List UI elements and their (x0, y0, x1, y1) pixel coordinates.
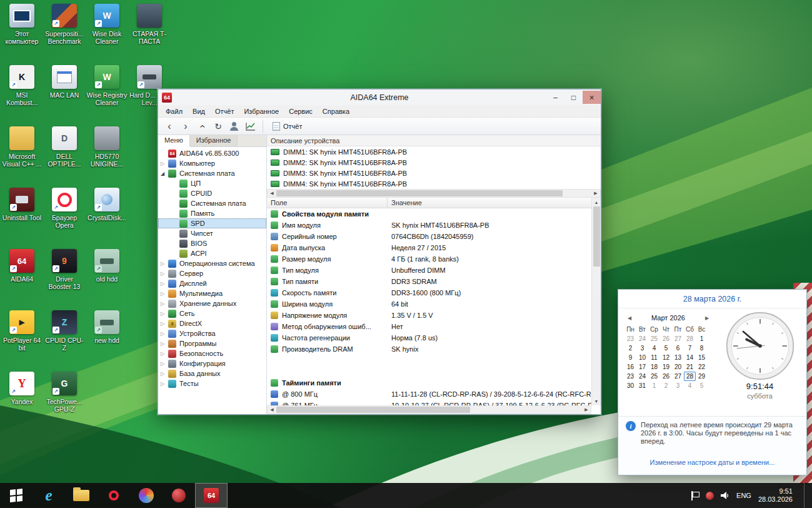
tree-item[interactable]: Сервер (158, 268, 266, 278)
maximize-button[interactable] (564, 91, 583, 104)
scrollbar-thumb[interactable] (593, 206, 600, 267)
desktop-icon[interactable]: Браузер Opera (44, 188, 85, 240)
desktop-icon[interactable]: DELL OPTIPLE... (44, 126, 85, 179)
calendar-day[interactable]: 6 (672, 343, 684, 353)
desktop-icon[interactable]: AIDA64 (1, 249, 43, 302)
tree-item[interactable]: Хранение данных (158, 298, 266, 308)
minimize-button[interactable] (546, 91, 564, 104)
tree-item[interactable]: Чипсет (158, 228, 266, 238)
desktop-icon[interactable]: CrystalDisk... (86, 188, 128, 240)
tree-item[interactable]: Конфигурация (158, 358, 266, 368)
expand-arrow-icon[interactable] (161, 341, 168, 347)
calendar-day[interactable]: 31 (636, 381, 648, 390)
tree-item[interactable]: Сеть (158, 308, 266, 318)
up-button[interactable] (194, 119, 209, 133)
table-row[interactable]: Серийный номер 0764CB6Dh (1842045959) (267, 231, 591, 242)
table-row[interactable]: Тайминги памяти (267, 377, 591, 389)
calendar-day[interactable]: 5 (660, 343, 672, 353)
chart-button[interactable] (243, 119, 258, 133)
tree-item[interactable]: Компьютер (158, 158, 266, 168)
tree-item[interactable]: SPD (158, 218, 266, 228)
tree-item[interactable]: ACPI (158, 248, 266, 258)
menubar-item[interactable]: Сервис (284, 108, 318, 115)
device-list-item[interactable]: DIMM4: SK hynix HMT451U6BFR8A-PB (267, 178, 601, 189)
users-button[interactable] (227, 119, 242, 133)
table-row[interactable]: Метод обнаружения ошиб... Нет (267, 321, 591, 332)
menubar-item[interactable]: Справка (318, 108, 354, 115)
calendar-day[interactable]: 18 (648, 362, 660, 372)
calendar-day[interactable]: 3 (672, 381, 684, 390)
taskbar-app-button[interactable] (98, 483, 130, 508)
tree-item[interactable]: Безопасность (158, 348, 266, 358)
expand-arrow-icon[interactable] (161, 161, 168, 166)
calendar-day[interactable]: 16 (624, 362, 636, 372)
desktop-icon[interactable]: Этот компьютер (1, 4, 43, 56)
calendar-day[interactable]: 17 (636, 362, 648, 372)
calendar-day[interactable]: 5 (696, 381, 708, 390)
scroll-left-arrow[interactable]: ◀ (268, 406, 276, 414)
calendar-day[interactable]: 25 (648, 372, 660, 381)
tree-item[interactable]: Операционная система (158, 258, 266, 268)
expand-arrow-icon[interactable] (161, 281, 168, 287)
calendar-day[interactable]: 10 (636, 353, 648, 362)
calendar-day[interactable]: 4 (648, 343, 660, 353)
menubar-item[interactable]: Вид (188, 108, 210, 115)
tree-item[interactable]: Системная плата (158, 198, 266, 208)
table-row[interactable]: Тип памяти DDR3 SDRAM (267, 276, 591, 287)
taskbar-app-button[interactable] (163, 483, 195, 508)
calendar-day[interactable]: 23 (624, 372, 636, 381)
action-center-flag-icon[interactable] (691, 491, 699, 500)
table-horizontal-scrollbar[interactable]: ◀ ▶ (267, 405, 591, 414)
calendar-day[interactable]: 9 (624, 353, 636, 362)
column-header-value[interactable]: Значение (388, 198, 591, 208)
device-horizontal-scrollbar[interactable]: ◀ ▶ (267, 189, 601, 198)
tree-item[interactable]: BIOS (158, 238, 266, 248)
expand-arrow-icon[interactable] (161, 271, 168, 277)
scroll-down-arrow[interactable]: ▼ (593, 397, 601, 405)
tree-item[interactable]: Дисплей (158, 278, 266, 288)
next-month-button[interactable] (702, 315, 712, 321)
desktop-icon[interactable]: MAC LAN (44, 65, 85, 118)
taskbar-app-button[interactable] (130, 483, 163, 508)
desktop-icon[interactable]: MSI Kombust... (1, 65, 43, 118)
table-row[interactable]: Напряжение модуля 1.35 V / 1.5 V (267, 310, 591, 321)
desktop-icon[interactable]: Superpositi... Benchmark (44, 4, 85, 56)
device-list-item[interactable]: DIMM3: SK hynix HMT451U6BFR8A-PB (267, 168, 601, 178)
taskbar-app-button[interactable] (65, 483, 98, 508)
date-time-settings-link[interactable]: Изменение настроек даты и времени... (618, 450, 806, 475)
desktop-icon[interactable]: HD5770 UNIGINE... (86, 126, 128, 179)
desktop-icon[interactable]: Microsoft Visual C++ ... (1, 126, 43, 179)
calendar-day[interactable]: 7 (684, 343, 696, 353)
tree-item[interactable]: CPUID (158, 188, 266, 198)
desktop-icon[interactable]: new hdd (86, 310, 128, 363)
calendar-day[interactable]: 30 (624, 381, 636, 390)
table-row[interactable]: Ширина модуля 64 bit (267, 298, 591, 310)
desktop-icon[interactable]: TechPowe... GPU-Z (44, 372, 85, 424)
tree-item[interactable]: Мультимедиа (158, 288, 266, 298)
table-row[interactable]: Размер модуля 4 ГБ (1 rank, 8 banks) (267, 253, 591, 265)
table-row[interactable]: Частота регенерации Норма (7.8 us) (267, 332, 591, 343)
calendar-day[interactable]: 12 (660, 353, 672, 362)
expand-arrow-icon[interactable] (161, 351, 168, 357)
expand-arrow-icon[interactable] (161, 321, 168, 327)
scroll-up-arrow[interactable]: ▲ (593, 198, 601, 206)
tray-clock[interactable]: 9:51 28.03.2026 (758, 487, 793, 504)
desktop-icon[interactable]: old hdd (86, 249, 128, 302)
panel-tab[interactable]: Меню (158, 135, 190, 147)
panel-tab[interactable]: Избранное (190, 135, 238, 146)
scroll-right-arrow[interactable]: ▶ (591, 190, 600, 197)
volume-icon[interactable] (721, 491, 729, 500)
show-desktop-button[interactable] (804, 483, 809, 508)
expand-arrow-icon[interactable] (161, 371, 168, 377)
table-vertical-scrollbar[interactable]: ▲ ▼ (591, 198, 601, 405)
table-row[interactable]: Имя модуля SK hynix HMT451U6BFR8A-PB (267, 220, 591, 231)
desktop-icon[interactable]: Uninstall Tool (1, 188, 43, 240)
calendar-day[interactable]: 8 (696, 343, 708, 353)
table-row[interactable]: Производитель DRAM SK hynix (267, 343, 591, 355)
taskbar-app-button[interactable] (0, 483, 33, 508)
desktop-icon[interactable]: Wise Disk Cleaner (86, 4, 128, 56)
taskbar-app-button[interactable] (195, 483, 228, 508)
desktop-icon[interactable]: Yandex (1, 372, 43, 424)
close-button[interactable] (583, 91, 601, 104)
table-row[interactable] (267, 355, 591, 377)
